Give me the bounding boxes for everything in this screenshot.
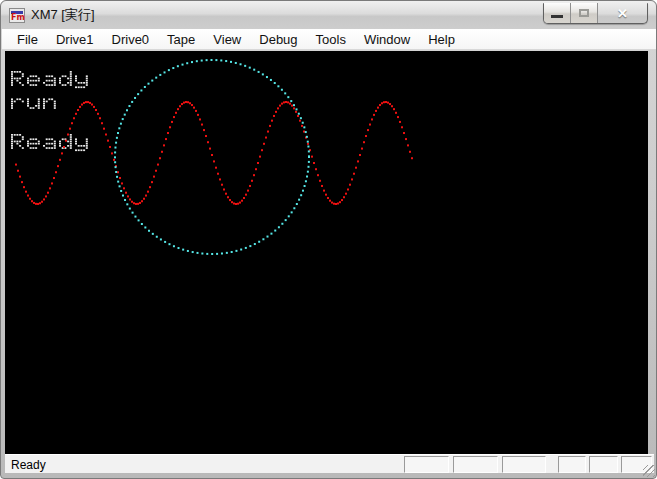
menu-item-help[interactable]: Help xyxy=(419,30,464,49)
statusbar: Ready xyxy=(5,454,654,473)
window-controls: ✕ xyxy=(543,3,648,24)
menubar: FileDrive1Drive0TapeViewDebugToolsWindow… xyxy=(2,29,657,50)
menu-item-file[interactable]: File xyxy=(8,30,47,49)
app-icon[interactable]: Fm xyxy=(9,8,25,23)
status-panel-1 xyxy=(404,456,449,473)
close-button[interactable]: ✕ xyxy=(598,3,647,23)
close-icon: ✕ xyxy=(617,7,628,20)
menu-item-view[interactable]: View xyxy=(204,30,250,49)
xm7-window: Fm XM7 [実行] ✕ FileDrive1Drive0TapeViewDe… xyxy=(0,0,657,479)
crt-canvas xyxy=(5,51,648,454)
minimize-button[interactable] xyxy=(544,3,571,23)
status-panel-3 xyxy=(502,456,546,473)
menu-item-drive1[interactable]: Drive1 xyxy=(47,30,103,49)
emulator-screen xyxy=(5,51,648,454)
menu-item-debug[interactable]: Debug xyxy=(250,30,306,49)
menu-item-tape[interactable]: Tape xyxy=(158,30,204,49)
status-panel-4 xyxy=(558,456,586,473)
resize-grip[interactable] xyxy=(643,465,655,477)
maximize-icon xyxy=(579,9,589,17)
status-panel-2 xyxy=(453,456,498,473)
menu-item-window[interactable]: Window xyxy=(355,30,419,49)
status-panel-5 xyxy=(589,456,618,473)
status-text: Ready xyxy=(11,458,46,472)
window-title: XM7 [実行] xyxy=(31,6,95,24)
app-icon-fm-logo: Fm xyxy=(11,14,25,22)
menu-item-drive0[interactable]: Drive0 xyxy=(103,30,159,49)
minimize-icon xyxy=(551,15,563,18)
titlebar[interactable]: Fm XM7 [実行] ✕ xyxy=(1,1,656,29)
maximize-button[interactable] xyxy=(571,3,598,23)
menu-item-tools[interactable]: Tools xyxy=(307,30,355,49)
